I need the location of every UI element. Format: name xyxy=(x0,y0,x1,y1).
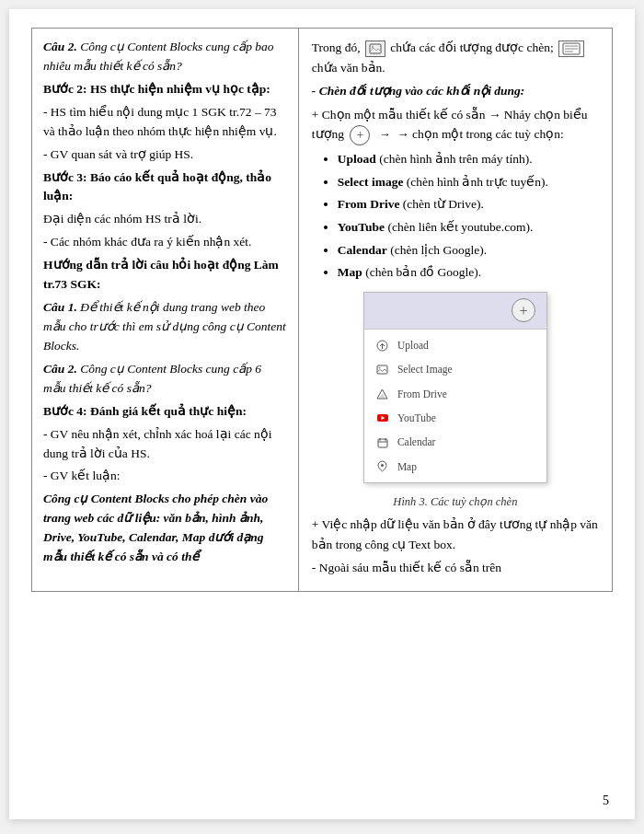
dropdown-item-youtube[interactable]: YouTube xyxy=(364,406,546,430)
step3-line1: Đại diện các nhóm HS trả lời. xyxy=(43,210,287,229)
note2: - Ngoài sáu mẫu thiết kế có sẵn trên xyxy=(312,558,599,578)
svg-rect-8 xyxy=(377,365,387,374)
calendar-icon xyxy=(375,435,390,450)
dropdown-screenshot: + Upload Select Image xyxy=(363,292,547,483)
dropdown-body: Upload Select Image From Drive xyxy=(364,330,546,482)
left-column: Câu 2. Công cụ Content Blocks cung cấp b… xyxy=(32,29,299,591)
dropdown-header: + xyxy=(364,293,546,330)
upload-label: Upload xyxy=(397,337,429,353)
drive-icon xyxy=(375,387,390,401)
step4-line1: - GV nêu nhận xét, chỉnh xác hoá lại các… xyxy=(43,425,287,464)
list-item-youtube: YouTube (chèn liên kết youtube.com). xyxy=(338,217,599,237)
dropdown-item-upload[interactable]: Upload xyxy=(364,333,546,357)
q2b-text: Câu 2. Công cụ Content Blocks cung cấp 6… xyxy=(43,360,287,399)
svg-rect-0 xyxy=(370,44,381,53)
page: Câu 2. Công cụ Content Blocks cung cấp b… xyxy=(9,9,635,819)
intro-line: Trong đó, chứa các đối tượng được chèn; xyxy=(312,38,599,77)
instruction1: + Chọn một mẫu thiết kế có sẵn → Nháy ch… xyxy=(312,105,599,146)
section-label: - Chèn đối tượng vào các khối nội dung: xyxy=(312,81,599,101)
map-label: Map xyxy=(397,458,417,475)
select-image-label: Select Image xyxy=(397,361,453,377)
q2-heading: Câu 2. Công cụ Content Blocks cung cấp b… xyxy=(43,38,287,76)
map-icon xyxy=(375,459,390,474)
guide-heading: Hướng dẫn trả lời câu hỏi hoạt động Làm … xyxy=(43,256,287,295)
right-column: Trong đó, chứa các đối tượng được chèn; xyxy=(299,29,612,591)
youtube-label: YouTube xyxy=(397,410,436,426)
conclusion: Công cụ Content Blocks cho phép chèn vào… xyxy=(43,490,287,567)
step2-line1: - HS tìm hiểu nội dung mục 1 SGK tr.72 –… xyxy=(43,103,287,142)
dropdown-plus-button[interactable]: + xyxy=(512,298,535,322)
dropdown-item-map[interactable]: Map xyxy=(364,455,546,479)
plus-icon: + xyxy=(350,125,370,145)
list-item-calendar: Calendar (chèn lịch Google). xyxy=(338,240,599,261)
q1-text: Câu 1. Để thiết kế nội dung trang web th… xyxy=(43,298,287,356)
step4-heading: Bước 4: Đánh giá kết quả thực hiện: xyxy=(43,402,287,422)
list-item-select-image: Select image (chèn hình ảnh trực tuyến). xyxy=(338,172,599,192)
step2-line2: - GV quan sát và trợ giúp HS. xyxy=(43,145,287,165)
step4-line2: - GV kết luận: xyxy=(43,467,287,486)
select-image-icon xyxy=(375,362,390,376)
step2-heading: Bước 2: HS thực hiện nhiệm vụ học tập: xyxy=(43,80,287,99)
dropdown-item-select-image[interactable]: Select Image xyxy=(364,357,546,381)
calendar-label: Calendar xyxy=(397,434,436,450)
note1: + Việc nhập dữ liệu văn bản ở đây tương … xyxy=(312,515,599,554)
from-drive-label: From Drive xyxy=(397,386,447,402)
list-item-from-drive: From Drive (chèn từ Drive). xyxy=(338,194,599,214)
step3-heading: Bước 3: Báo cáo kết quả hoạt động, thảo … xyxy=(43,168,287,207)
youtube-icon xyxy=(375,411,390,425)
svg-point-18 xyxy=(381,464,384,467)
image-icon xyxy=(365,41,385,57)
list-item-map: Map (chèn bản đồ Google). xyxy=(338,262,599,283)
step3-line2: - Các nhóm khác đưa ra ý kiến nhận xét. xyxy=(43,233,287,252)
text-lines-icon xyxy=(558,41,584,57)
dropdown-item-from-drive[interactable]: From Drive xyxy=(364,382,546,406)
options-list: Upload (chèn hình ảnh trên máy tính). Se… xyxy=(312,149,599,283)
two-column-layout: Câu 2. Công cụ Content Blocks cung cấp b… xyxy=(31,28,613,592)
list-item-upload: Upload (chèn hình ảnh trên máy tính). xyxy=(338,149,599,169)
svg-point-9 xyxy=(379,366,381,368)
dropdown-item-calendar[interactable]: Calendar xyxy=(364,430,546,454)
upload-icon xyxy=(375,338,390,353)
page-number: 5 xyxy=(603,793,609,808)
figure-caption: Hình 3. Các tuỳ chọn chèn xyxy=(312,492,599,511)
